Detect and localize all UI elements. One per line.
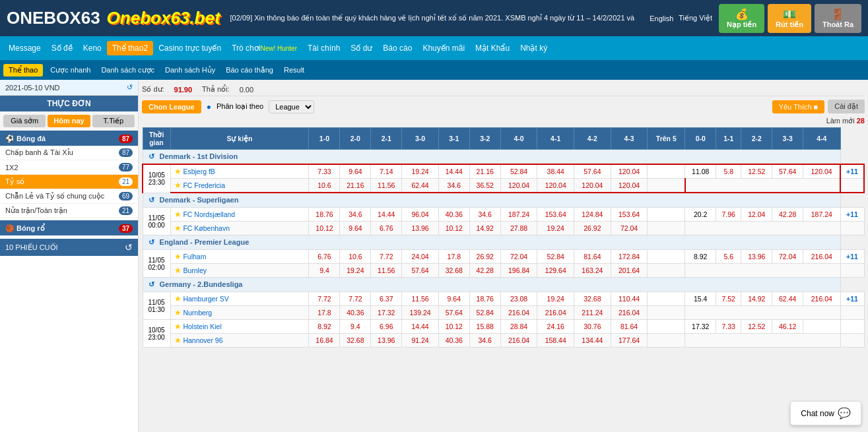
odd-cell[interactable]: 26.92	[469, 250, 500, 264]
refresh-league-icon[interactable]: ↺	[149, 280, 154, 288]
star-btn[interactable]: ★	[174, 252, 182, 261]
odd-cell[interactable]: 27.88	[500, 222, 537, 235]
odd-cell[interactable]: 96.04	[402, 208, 439, 222]
star-btn[interactable]: ★	[174, 181, 182, 190]
star-btn[interactable]: ★	[174, 266, 182, 275]
odd-cell[interactable]: 7.72	[371, 250, 402, 264]
odd-cell[interactable]: 6.76	[309, 250, 340, 264]
subnav-result[interactable]: Result	[279, 66, 310, 74]
odd-cell[interactable]: 81.64	[611, 320, 648, 334]
odd-cell[interactable]: 19.24	[537, 292, 574, 306]
odd-cell[interactable]: 26.92	[574, 222, 611, 235]
odd-cell[interactable]: 6.76	[371, 222, 402, 235]
refresh-league-icon[interactable]: ↺	[149, 152, 154, 160]
odd-cell-extra[interactable]: 57.64	[772, 164, 803, 179]
odd-cell[interactable]: 124.84	[574, 208, 611, 222]
odd-cell[interactable]: 52.84	[469, 306, 500, 320]
lang-vn-btn[interactable]: Tiếng Việt	[679, 14, 712, 22]
team1-name[interactable]: Fulham	[183, 253, 206, 261]
odd-cell[interactable]: 23.08	[500, 292, 537, 306]
odd-cell[interactable]: 42.28	[469, 264, 500, 278]
odd-cell[interactable]: 7.33	[309, 164, 340, 179]
odd-cell[interactable]: 21.16	[469, 164, 500, 179]
odd-cell[interactable]: 216.04	[500, 334, 537, 348]
bongro-title[interactable]: 🏀 Bóng rổ 37	[0, 222, 138, 235]
subnav-bao-cao[interactable]: Báo cáo thắng	[220, 66, 279, 75]
refresh-league-icon[interactable]: ↺	[149, 196, 154, 204]
odd-cell[interactable]: 34.6	[340, 208, 371, 222]
odd-cell[interactable]: 6.96	[371, 320, 402, 334]
odd-cell[interactable]: 21.16	[340, 179, 371, 193]
nav-tro-choi[interactable]: Trò chơiNew! Hunter	[226, 44, 302, 53]
star-btn[interactable]: ★	[174, 336, 182, 345]
chon-league-btn[interactable]: Chon League	[142, 100, 201, 113]
bongda-title[interactable]: ⚽ Bóng đá 87	[0, 132, 138, 146]
subnav-ds-cuoc[interactable]: Danh sách cược	[96, 66, 160, 75]
odd-cell-extra[interactable]: 11.08	[685, 164, 716, 179]
odd-cell[interactable]: 14.44	[371, 208, 402, 222]
odd-cell-extra[interactable]: 12.52	[741, 164, 772, 179]
odd-cell[interactable]: 139.24	[402, 306, 439, 320]
odd-cell[interactable]: 13.96	[371, 334, 402, 348]
odd-cell[interactable]: 7.72	[309, 292, 340, 306]
odd-cell-extra[interactable]: 5.6	[716, 250, 741, 264]
team2-name[interactable]: FC København	[183, 224, 230, 232]
odd-cell[interactable]: 9.4	[309, 264, 340, 278]
odd-cell-extra[interactable]: 14.92	[741, 292, 772, 306]
odd-cell[interactable]: 40.36	[438, 334, 469, 348]
subnav-thethao[interactable]: Thể thao	[3, 64, 43, 77]
odd-cell[interactable]: 17.8	[309, 306, 340, 320]
odd-cell[interactable]: 14.44	[438, 164, 469, 179]
odd-cell-extra[interactable]: 7.52	[716, 292, 741, 306]
odd-cell[interactable]: 15.88	[469, 320, 500, 334]
nap-tien-btn[interactable]: 💰 Nạp tiền	[719, 4, 764, 33]
odd-cell[interactable]: 17.8	[438, 250, 469, 264]
odd-cell[interactable]: 172.84	[611, 250, 648, 264]
odd-cell[interactable]: 14.92	[469, 222, 500, 235]
nav-nhat-ky[interactable]: Nhật ký	[515, 44, 552, 53]
odd-cell[interactable]: 52.84	[537, 250, 574, 264]
odd-cell[interactable]: 216.04	[611, 306, 648, 320]
sidebar-item-chap[interactable]: Chấp banh & Tài Xỉu 87	[0, 146, 138, 160]
odd-cell[interactable]: 10.12	[438, 320, 469, 334]
team2-name[interactable]: Nurnberg	[183, 309, 212, 317]
odd-cell[interactable]: 158.44	[537, 334, 574, 348]
odd-cell[interactable]: 110.44	[611, 292, 648, 306]
thoat-btn[interactable]: 🚪 Thoát Ra	[815, 4, 861, 33]
rut-tien-btn[interactable]: 💵 Rút tiền	[768, 4, 811, 33]
nav-so-de[interactable]: Số đề	[46, 44, 78, 53]
odd-cell[interactable]: 13.96	[402, 222, 439, 235]
phieu-cuoi[interactable]: 10 PHIẾU CUỐI ↺	[0, 239, 138, 256]
odd-cell[interactable]: 7.14	[371, 164, 402, 179]
team1-name[interactable]: Hamburger SV	[183, 295, 228, 303]
star-btn[interactable]: ★	[174, 210, 182, 219]
odd-cell[interactable]: 8.92	[309, 320, 340, 334]
tab-tiep[interactable]: T.Tiếp	[92, 115, 135, 127]
star-btn[interactable]: ★	[174, 167, 182, 176]
nav-keno[interactable]: Keno	[78, 44, 107, 53]
odd-cell[interactable]: 153.64	[537, 208, 574, 222]
odd-cell[interactable]: 18.76	[309, 208, 340, 222]
odd-cell[interactable]: 19.24	[340, 264, 371, 278]
odd-cell[interactable]: 57.64	[438, 306, 469, 320]
nav-mat-khau[interactable]: Mật Khẩu	[470, 44, 515, 53]
odd-cell[interactable]: 34.6	[469, 334, 500, 348]
star-btn[interactable]: ★	[174, 294, 182, 303]
odd-cell[interactable]: 32.68	[438, 264, 469, 278]
lang-en-btn[interactable]: English	[650, 14, 673, 22]
star-btn[interactable]: ★	[174, 308, 182, 317]
odd-cell[interactable]: 120.04	[611, 164, 648, 179]
odd-cell[interactable]: 17.32	[371, 306, 402, 320]
odd-cell[interactable]: 72.04	[611, 222, 648, 235]
cai-dat-btn[interactable]: Cài đặt	[828, 100, 865, 113]
odd-cell[interactable]: 10.6	[340, 250, 371, 264]
odd-cell-extra[interactable]: 15.4	[685, 292, 716, 306]
tab-gia-som[interactable]: Giá sớm	[3, 115, 46, 127]
odd-cell[interactable]: 216.04	[537, 306, 574, 320]
team1-name[interactable]: FC Nordsjælland	[183, 210, 235, 218]
refresh-date-icon[interactable]: ↺	[127, 83, 133, 92]
nav-bao-cao[interactable]: Báo cáo	[378, 44, 417, 53]
nav-thethao2[interactable]: Thể thao2	[107, 41, 153, 55]
team1-name[interactable]: Esbjerg fB	[183, 168, 215, 175]
odd-cell[interactable]: 40.36	[340, 306, 371, 320]
